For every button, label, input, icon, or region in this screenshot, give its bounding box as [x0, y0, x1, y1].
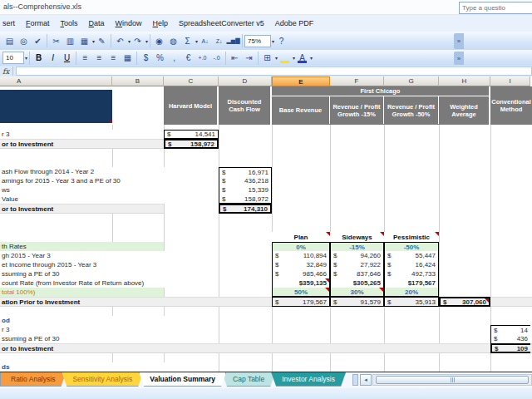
increase-decimal-icon[interactable]: +.0 [195, 52, 209, 65]
header-cell-b[interactable] [112, 86, 164, 125]
column-header-e[interactable]: E [272, 76, 330, 86]
align-center-icon[interactable]: ≡ [92, 52, 106, 65]
align-left-icon[interactable]: ≡ [78, 52, 92, 65]
font-color-icon[interactable]: A [295, 52, 309, 65]
menu-item-data[interactable]: Data [89, 19, 105, 27]
value-cell[interactable]: Plan [272, 232, 330, 242]
zoom-combo[interactable]: 75% [244, 35, 271, 47]
header-cell-a[interactable] [0, 86, 112, 125]
header-conventional-method[interactable]: Conventional Method [490, 86, 532, 125]
menu-item-adobe-pdf[interactable]: Adobe PDF [275, 19, 314, 27]
value-cell[interactable]: $110,894 [272, 251, 330, 260]
toolbar-options-icon[interactable]: » [454, 33, 464, 49]
menu-item-help[interactable]: Help [153, 19, 169, 27]
row-label-cell[interactable]: gh 2015 - Year 3 [0, 251, 214, 260]
header-growth-15[interactable]: Revenue / Profit Growth -15% [330, 96, 384, 124]
row-label-cell[interactable]: ssuming a PE of 30 [0, 269, 214, 278]
percent-style-icon[interactable]: % [153, 52, 167, 65]
row-label-cell[interactable]: Value [0, 195, 214, 204]
print-icon[interactable]: ▤ [2, 34, 17, 47]
value-cell[interactable]: $32,849 [272, 260, 330, 269]
align-right-icon[interactable]: ≡ [106, 52, 121, 65]
column-header-d[interactable]: D [219, 76, 272, 86]
sort-ascending-icon[interactable]: A↓ [198, 34, 212, 47]
value-cell[interactable]: $35,913 [384, 297, 439, 307]
currency-style-icon[interactable]: $ [139, 52, 153, 65]
row-label-cell[interactable]: count Rate (from Investor Rate of Return… [0, 278, 214, 288]
comma-style-icon[interactable]: , [167, 52, 181, 65]
value-cell[interactable]: $436 [490, 334, 530, 343]
value-cell[interactable]: $174,310 [219, 204, 272, 214]
help-icon[interactable]: ? [274, 34, 288, 47]
tab-investor-analysis[interactable]: Investor Analysis [271, 372, 346, 387]
row-label-cell[interactable]: ation Prior to Investment [0, 297, 214, 307]
underline-icon[interactable]: U [60, 52, 74, 65]
row-label-cell[interactable]: ds [0, 362, 214, 372]
value-cell[interactable]: $492,733 [384, 269, 439, 278]
italic-icon[interactable]: I [46, 52, 60, 65]
format-painter-icon[interactable]: ✎ [95, 34, 109, 47]
sort-descending-icon[interactable]: Z↓ [212, 34, 226, 47]
print-preview-icon[interactable]: ◎ [17, 34, 31, 47]
value-cell[interactable]: 0% [272, 242, 330, 251]
bold-icon[interactable]: B [32, 52, 46, 65]
column-header-i[interactable]: I [490, 76, 530, 86]
header-discounted-cash-flow[interactable]: Discounted Cash Flow [219, 86, 272, 125]
toolbar-options-icon[interactable]: » [454, 52, 464, 65]
paste-icon[interactable]: ▦ [77, 34, 91, 47]
web-icon[interactable]: ◍ [166, 34, 180, 47]
insert-function-icon[interactable]: fx [2, 67, 9, 76]
row-label-cell[interactable]: arnings for 2015 - Year 3 and a PE of 30 [0, 176, 214, 185]
hyperlink-icon[interactable]: ◉ [152, 34, 166, 47]
decrease-indent-icon[interactable]: ⇤ [228, 52, 242, 65]
tab-splitter-handle[interactable] [352, 374, 358, 386]
menu-item-window[interactable]: Window [116, 19, 142, 27]
value-cell[interactable]: -15% [330, 242, 384, 251]
row-label-cell[interactable]: od [0, 316, 214, 325]
value-cell[interactable]: -50% [384, 242, 439, 251]
row-label-cell[interactable]: or to Investment [0, 204, 214, 214]
header-base-revenue[interactable]: Base Revenue [272, 96, 330, 124]
value-cell[interactable]: $91,579 [330, 297, 384, 307]
value-cell[interactable]: $27,922 [330, 260, 384, 269]
dropdown-caret-icon[interactable]: ▾ [145, 38, 148, 44]
value-cell[interactable]: $94,260 [330, 251, 384, 260]
value-cell[interactable]: 30% [330, 288, 384, 297]
value-cell[interactable]: Pessimistic [384, 232, 439, 242]
undo-icon[interactable]: ↶ [113, 34, 127, 47]
tab-ratio-analysis[interactable]: Ratio Analysis [0, 372, 66, 387]
menu-item-format[interactable]: Format [26, 19, 50, 27]
menu-item-tools[interactable]: Tools [61, 19, 78, 27]
row-label-cell[interactable]: et Income through 2015 - Year 3 [0, 260, 214, 269]
value-cell[interactable]: $985,466 [272, 269, 330, 278]
value-cell[interactable]: $15,339 [219, 185, 272, 195]
autosum-icon[interactable]: Σ [180, 34, 195, 47]
dropdown-caret-icon[interactable]: ▾ [310, 55, 313, 61]
row-label-cell[interactable]: th Rates [0, 242, 214, 251]
increase-indent-icon[interactable]: ⇥ [242, 52, 256, 65]
value-cell[interactable]: $158,972 [164, 139, 219, 149]
chart-wizard-icon[interactable]: ▂▅▇ [226, 34, 240, 47]
tab-sensitivity-analysis[interactable]: Sensitivity Analysis [62, 372, 143, 387]
value-cell[interactable]: 20% [384, 288, 439, 297]
tab-cap-table[interactable]: Cap Table [222, 372, 275, 387]
value-cell[interactable]: $109 [490, 343, 530, 353]
header-harvard-model[interactable]: Harvard Model [164, 86, 219, 125]
value-cell[interactable]: $16,971 [219, 167, 272, 176]
value-cell[interactable]: $55,447 [384, 251, 439, 260]
value-cell[interactable]: $16,424 [384, 260, 439, 269]
dropdown-caret-icon[interactable]: ▾ [25, 55, 27, 61]
horizontal-scrollbar[interactable] [372, 374, 532, 386]
value-cell[interactable]: $179,567 [384, 278, 439, 288]
column-header-b[interactable]: B [112, 76, 164, 86]
copy-icon[interactable]: ▥ [63, 34, 77, 47]
header-first-chicago[interactable]: First Chicago [272, 86, 489, 96]
value-cell[interactable]: $837,646 [330, 269, 384, 278]
column-header-h[interactable]: H [439, 76, 490, 86]
value-cell[interactable]: 50% [272, 288, 330, 297]
row-label-cell[interactable]: ash Flow through 2014 - Year 2 [0, 167, 214, 176]
hscroll-left-icon[interactable]: ◂ [360, 374, 372, 386]
header-weighted-average[interactable]: Weighted Average [439, 96, 489, 124]
fill-color-icon[interactable] [278, 52, 292, 65]
column-header-f[interactable]: F [330, 76, 384, 86]
